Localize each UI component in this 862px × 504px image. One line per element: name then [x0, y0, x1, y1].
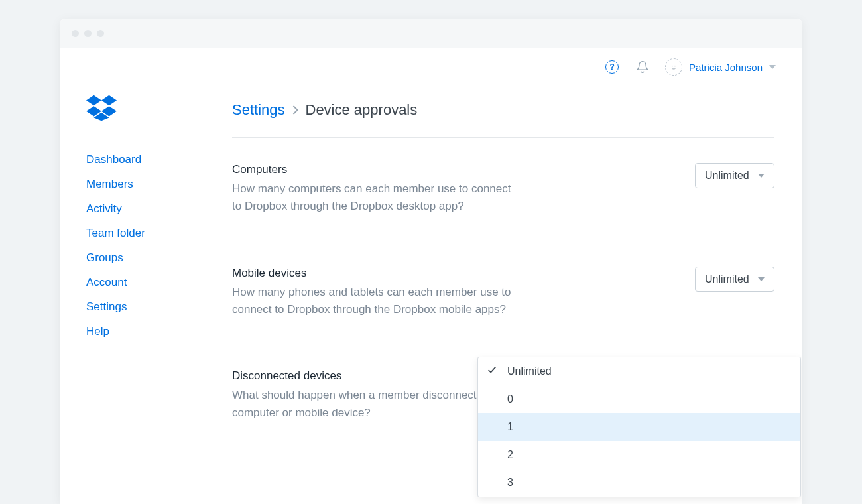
menu-option-3[interactable]: 3	[478, 469, 800, 497]
sidebar-item-team-folder[interactable]: Team folder	[86, 227, 232, 240]
sidebar-item-account[interactable]: Account	[86, 276, 232, 289]
sidebar-item-activity[interactable]: Activity	[86, 202, 232, 216]
menu-option-label: 3	[507, 477, 513, 489]
sidebar-item-members[interactable]: Members	[86, 178, 232, 191]
setting-disconnected-title: Disconnected devices	[232, 369, 517, 383]
sidebar-item-dashboard[interactable]: Dashboard	[86, 153, 232, 166]
sidebar: Dashboard Members Activity Team folder G…	[60, 48, 232, 504]
main-panel: Settings Device approvals Computers How …	[232, 48, 802, 504]
svg-point-1	[675, 66, 676, 66]
dropbox-logo[interactable]	[86, 95, 232, 124]
setting-mobile-text: Mobile devices How many phones and table…	[232, 267, 517, 319]
mobile-limit-value: Unlimited	[705, 273, 749, 285]
menu-option-2[interactable]: 2	[478, 441, 800, 469]
user-name-label: Patricia Johnson	[689, 62, 763, 73]
traffic-light-maximize[interactable]	[97, 30, 104, 37]
setting-mobile: Mobile devices How many phones and table…	[232, 241, 774, 344]
setting-mobile-desc: How many phones and tablets can each mem…	[232, 284, 517, 319]
help-button[interactable]: ?	[604, 59, 620, 75]
window-titlebar	[60, 19, 802, 48]
menu-option-label: 0	[507, 393, 513, 405]
dropbox-icon	[86, 95, 117, 121]
menu-option-label: 1	[507, 421, 513, 433]
setting-computers: Computers How many computers can each me…	[232, 138, 774, 241]
setting-mobile-title: Mobile devices	[232, 267, 517, 280]
menu-option-label: 2	[507, 449, 513, 461]
avatar	[665, 58, 682, 76]
setting-computers-desc: How many computers can each member use t…	[232, 180, 517, 216]
notifications-button[interactable]	[635, 59, 650, 75]
mobile-limit-menu: Unlimited 0 1 2 3	[477, 357, 801, 497]
bell-icon	[636, 60, 649, 74]
top-header: ? Patricia Johnson	[604, 48, 802, 86]
svg-point-0	[672, 66, 673, 66]
setting-computers-title: Computers	[232, 163, 517, 176]
menu-option-unlimited[interactable]: Unlimited	[478, 357, 800, 385]
user-menu[interactable]: Patricia Johnson	[665, 58, 776, 76]
menu-option-1[interactable]: 1	[478, 413, 800, 441]
sidebar-nav: Dashboard Members Activity Team folder G…	[86, 153, 232, 338]
setting-disconnected-desc: What should happen when a member disconn…	[232, 387, 517, 422]
menu-option-label: Unlimited	[507, 365, 552, 377]
breadcrumb-parent[interactable]: Settings	[232, 101, 285, 119]
chevron-down-icon	[769, 65, 776, 69]
chevron-right-icon	[292, 101, 299, 119]
check-icon	[487, 365, 497, 377]
app-content: ? Patricia Johnson	[60, 48, 802, 504]
help-icon: ?	[605, 60, 619, 74]
computers-limit-value: Unlimited	[705, 170, 749, 182]
sidebar-item-settings[interactable]: Settings	[86, 300, 232, 314]
menu-option-0[interactable]: 0	[478, 385, 800, 413]
breadcrumb: Settings Device approvals	[232, 101, 774, 119]
traffic-light-minimize[interactable]	[84, 30, 92, 37]
traffic-light-close[interactable]	[72, 30, 79, 37]
chevron-down-icon	[758, 174, 765, 178]
breadcrumb-current: Device approvals	[306, 101, 418, 119]
mobile-limit-dropdown[interactable]: Unlimited	[695, 267, 774, 292]
sidebar-item-help[interactable]: Help	[86, 325, 232, 338]
setting-disconnected-text: Disconnected devices What should happen …	[232, 369, 517, 422]
face-icon	[668, 62, 679, 72]
setting-computers-text: Computers How many computers can each me…	[232, 163, 517, 216]
chevron-down-icon	[758, 277, 765, 281]
computers-limit-dropdown[interactable]: Unlimited	[695, 163, 774, 188]
sidebar-item-groups[interactable]: Groups	[86, 251, 232, 265]
app-window: ? Patricia Johnson	[60, 19, 802, 504]
